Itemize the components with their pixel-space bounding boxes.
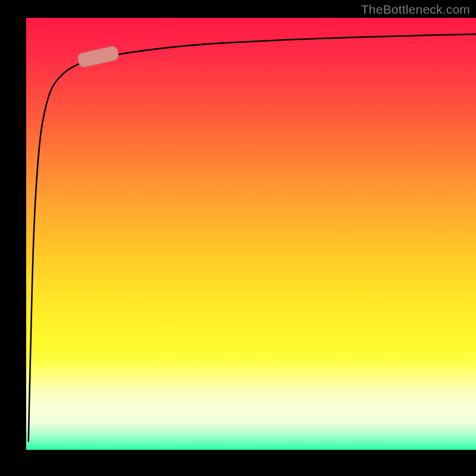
axis-bottom — [26, 450, 476, 451]
attribution-text: TheBottleneck.com — [361, 2, 470, 17]
gradient-background — [26, 18, 476, 450]
plot-area — [26, 18, 476, 450]
chart-canvas: TheBottleneck.com — [0, 0, 476, 476]
